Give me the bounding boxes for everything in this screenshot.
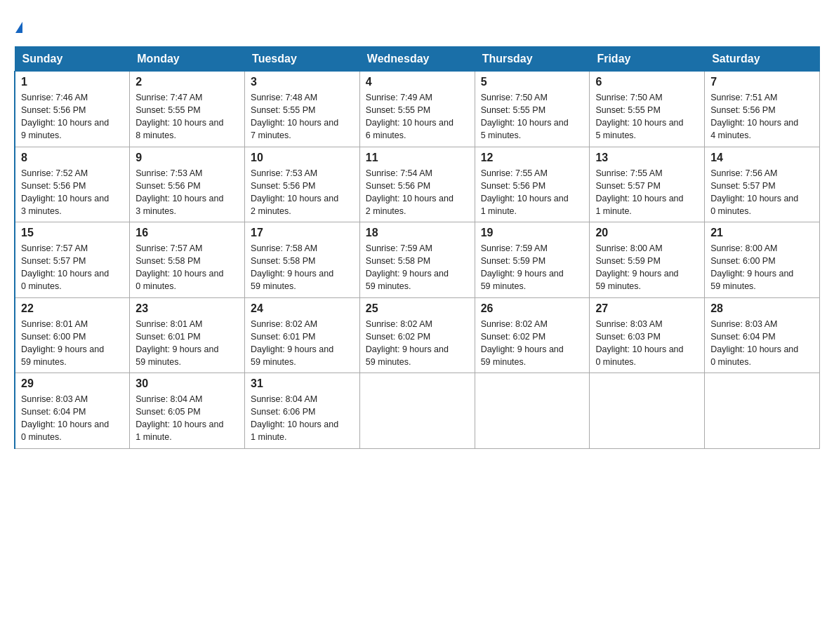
- calendar-cell: 9Sunrise: 7:53 AMSunset: 5:56 PMDaylight…: [130, 147, 245, 222]
- calendar-week-1: 1Sunrise: 7:46 AMSunset: 5:56 PMDaylight…: [15, 72, 820, 147]
- day-info: Sunrise: 8:03 AMSunset: 6:03 PMDaylight:…: [595, 318, 699, 369]
- day-info: Sunrise: 7:58 AMSunset: 5:58 PMDaylight:…: [251, 242, 354, 293]
- calendar-cell: 10Sunrise: 7:53 AMSunset: 5:56 PMDayligh…: [245, 147, 360, 222]
- day-info: Sunrise: 7:59 AMSunset: 5:59 PMDaylight:…: [481, 242, 584, 293]
- calendar-table: SundayMondayTuesdayWednesdayThursdayFrid…: [14, 46, 820, 449]
- calendar-cell: [359, 373, 475, 449]
- day-number: 9: [135, 152, 239, 164]
- day-number: 29: [21, 377, 124, 390]
- calendar-cell: 14Sunrise: 7:56 AMSunset: 5:57 PMDayligh…: [705, 147, 820, 222]
- day-info: Sunrise: 8:04 AMSunset: 6:06 PMDaylight:…: [251, 393, 354, 444]
- col-header-friday: Friday: [590, 47, 705, 72]
- day-info: Sunrise: 8:03 AMSunset: 6:04 PMDaylight:…: [710, 318, 814, 369]
- calendar-cell: 23Sunrise: 8:01 AMSunset: 6:01 PMDayligh…: [130, 297, 245, 373]
- day-number: 11: [366, 152, 469, 164]
- day-info: Sunrise: 8:02 AMSunset: 6:02 PMDaylight:…: [366, 318, 469, 369]
- day-number: 8: [21, 152, 124, 164]
- col-header-thursday: Thursday: [475, 47, 590, 72]
- day-info: Sunrise: 7:47 AMSunset: 5:55 PMDaylight:…: [135, 91, 239, 142]
- col-header-tuesday: Tuesday: [245, 47, 360, 72]
- day-number: 5: [481, 76, 584, 88]
- logo-top: [14, 14, 22, 34]
- calendar-cell: 27Sunrise: 8:03 AMSunset: 6:03 PMDayligh…: [590, 297, 705, 373]
- day-number: 3: [251, 76, 354, 88]
- calendar-cell: 28Sunrise: 8:03 AMSunset: 6:04 PMDayligh…: [705, 297, 820, 373]
- day-info: Sunrise: 7:54 AMSunset: 5:56 PMDaylight:…: [366, 167, 469, 218]
- calendar-cell: 5Sunrise: 7:50 AMSunset: 5:55 PMDaylight…: [475, 72, 590, 147]
- calendar-cell: 2Sunrise: 7:47 AMSunset: 5:55 PMDaylight…: [130, 72, 245, 147]
- day-info: Sunrise: 7:55 AMSunset: 5:57 PMDaylight:…: [595, 167, 699, 218]
- day-number: 12: [481, 152, 584, 164]
- day-number: 2: [135, 76, 239, 88]
- logo-triangle-icon: [15, 22, 22, 33]
- calendar-cell: 12Sunrise: 7:55 AMSunset: 5:56 PMDayligh…: [475, 147, 590, 222]
- calendar-header-row: SundayMondayTuesdayWednesdayThursdayFrid…: [15, 47, 820, 72]
- day-number: 15: [21, 227, 124, 239]
- day-info: Sunrise: 8:01 AMSunset: 6:01 PMDaylight:…: [135, 318, 239, 369]
- day-info: Sunrise: 7:52 AMSunset: 5:56 PMDaylight:…: [21, 167, 124, 218]
- day-number: 6: [595, 76, 699, 88]
- calendar-week-3: 15Sunrise: 7:57 AMSunset: 5:57 PMDayligh…: [15, 222, 820, 298]
- calendar-cell: 16Sunrise: 7:57 AMSunset: 5:58 PMDayligh…: [130, 222, 245, 298]
- calendar-cell: 29Sunrise: 8:03 AMSunset: 6:04 PMDayligh…: [15, 373, 130, 449]
- day-number: 7: [710, 76, 814, 88]
- day-info: Sunrise: 7:57 AMSunset: 5:57 PMDaylight:…: [21, 242, 124, 293]
- day-info: Sunrise: 8:00 AMSunset: 5:59 PMDaylight:…: [595, 242, 699, 293]
- day-info: Sunrise: 7:55 AMSunset: 5:56 PMDaylight:…: [481, 167, 584, 218]
- day-info: Sunrise: 7:53 AMSunset: 5:56 PMDaylight:…: [135, 167, 239, 218]
- day-info: Sunrise: 7:46 AMSunset: 5:56 PMDaylight:…: [21, 91, 124, 142]
- day-number: 30: [135, 377, 239, 390]
- calendar-cell: 7Sunrise: 7:51 AMSunset: 5:56 PMDaylight…: [705, 72, 820, 147]
- calendar-cell: 4Sunrise: 7:49 AMSunset: 5:55 PMDaylight…: [359, 72, 475, 147]
- day-info: Sunrise: 7:51 AMSunset: 5:56 PMDaylight:…: [710, 91, 814, 142]
- day-info: Sunrise: 8:00 AMSunset: 6:00 PMDaylight:…: [710, 242, 814, 293]
- day-number: 25: [366, 302, 469, 315]
- calendar-cell: 20Sunrise: 8:00 AMSunset: 5:59 PMDayligh…: [590, 222, 705, 298]
- day-number: 19: [481, 227, 584, 239]
- calendar-cell: [705, 373, 820, 449]
- day-info: Sunrise: 8:01 AMSunset: 6:00 PMDaylight:…: [21, 318, 124, 369]
- day-info: Sunrise: 7:48 AMSunset: 5:55 PMDaylight:…: [251, 91, 354, 142]
- day-number: 22: [21, 302, 124, 315]
- calendar-cell: 31Sunrise: 8:04 AMSunset: 6:06 PMDayligh…: [245, 373, 360, 449]
- day-number: 31: [251, 377, 354, 390]
- day-number: 14: [710, 152, 814, 164]
- day-number: 23: [135, 302, 239, 315]
- day-number: 20: [595, 227, 699, 239]
- day-info: Sunrise: 7:56 AMSunset: 5:57 PMDaylight:…: [710, 167, 814, 218]
- day-info: Sunrise: 8:02 AMSunset: 6:02 PMDaylight:…: [481, 318, 584, 369]
- day-number: 21: [710, 227, 814, 239]
- day-info: Sunrise: 7:49 AMSunset: 5:55 PMDaylight:…: [366, 91, 469, 142]
- calendar-cell: 8Sunrise: 7:52 AMSunset: 5:56 PMDaylight…: [15, 147, 130, 222]
- day-number: 17: [251, 227, 354, 239]
- day-info: Sunrise: 8:04 AMSunset: 6:05 PMDaylight:…: [135, 393, 239, 444]
- day-number: 28: [710, 302, 814, 315]
- day-number: 4: [366, 76, 469, 88]
- day-info: Sunrise: 7:53 AMSunset: 5:56 PMDaylight:…: [251, 167, 354, 218]
- calendar-cell: 11Sunrise: 7:54 AMSunset: 5:56 PMDayligh…: [359, 147, 475, 222]
- calendar-cell: 3Sunrise: 7:48 AMSunset: 5:55 PMDaylight…: [245, 72, 360, 147]
- page-header: [14, 14, 820, 34]
- calendar-cell: 26Sunrise: 8:02 AMSunset: 6:02 PMDayligh…: [475, 297, 590, 373]
- calendar-cell: 21Sunrise: 8:00 AMSunset: 6:00 PMDayligh…: [705, 222, 820, 298]
- calendar-cell: 25Sunrise: 8:02 AMSunset: 6:02 PMDayligh…: [359, 297, 475, 373]
- calendar-cell: [475, 373, 590, 449]
- calendar-cell: 6Sunrise: 7:50 AMSunset: 5:55 PMDaylight…: [590, 72, 705, 147]
- col-header-monday: Monday: [130, 47, 245, 72]
- day-info: Sunrise: 7:50 AMSunset: 5:55 PMDaylight:…: [595, 91, 699, 142]
- calendar-cell: 19Sunrise: 7:59 AMSunset: 5:59 PMDayligh…: [475, 222, 590, 298]
- day-number: 27: [595, 302, 699, 315]
- calendar-cell: 17Sunrise: 7:58 AMSunset: 5:58 PMDayligh…: [245, 222, 360, 298]
- calendar-cell: [590, 373, 705, 449]
- day-number: 18: [366, 227, 469, 239]
- calendar-week-2: 8Sunrise: 7:52 AMSunset: 5:56 PMDaylight…: [15, 147, 820, 222]
- day-info: Sunrise: 7:57 AMSunset: 5:58 PMDaylight:…: [135, 242, 239, 293]
- col-header-wednesday: Wednesday: [359, 47, 475, 72]
- day-number: 16: [135, 227, 239, 239]
- day-number: 1: [21, 76, 124, 88]
- calendar-week-5: 29Sunrise: 8:03 AMSunset: 6:04 PMDayligh…: [15, 373, 820, 449]
- calendar-cell: 1Sunrise: 7:46 AMSunset: 5:56 PMDaylight…: [15, 72, 130, 147]
- day-info: Sunrise: 8:02 AMSunset: 6:01 PMDaylight:…: [251, 318, 354, 369]
- col-header-saturday: Saturday: [705, 47, 820, 72]
- calendar-cell: 13Sunrise: 7:55 AMSunset: 5:57 PMDayligh…: [590, 147, 705, 222]
